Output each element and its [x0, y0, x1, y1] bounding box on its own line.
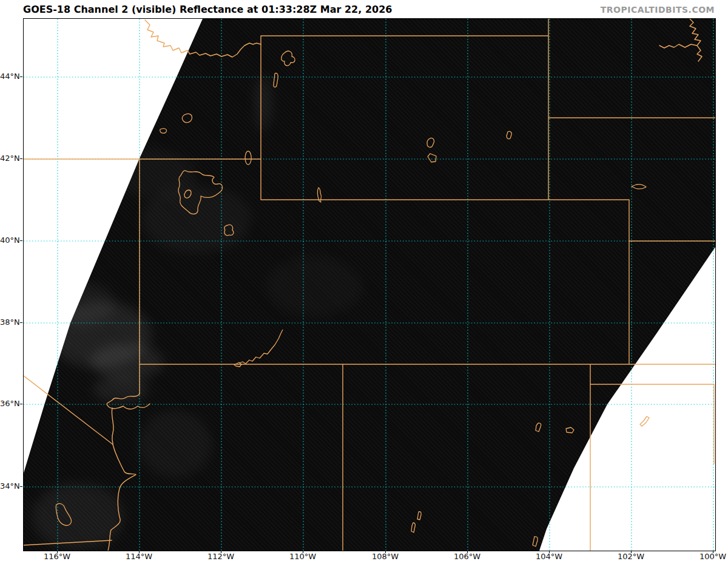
brantley-lake-outline	[533, 537, 538, 546]
y-axis-tick-label: 36°N	[0, 399, 20, 408]
y-axis-tick-mark	[20, 158, 22, 159]
y-axis-tick-label: 44°N	[0, 72, 20, 81]
x-axis-tick-label: 100°W	[692, 552, 728, 561]
figure-title: GOES-18 Channel 2 (visible) Reflectance …	[23, 4, 392, 15]
x-axis-tick-label: 108°W	[364, 552, 406, 561]
scan-edge-no-data-regions	[24, 19, 715, 551]
site-watermark: TROPICALTIDBITS.COM	[601, 5, 715, 15]
lake-powell-outline	[234, 330, 283, 367]
bear-lake-outline	[245, 151, 251, 165]
x-axis-tick-mark	[57, 551, 58, 553]
x-axis-tick-label: 106°W	[446, 552, 488, 561]
satellite-map-canvas	[23, 18, 716, 551]
y-axis-tick-label: 38°N	[0, 318, 20, 327]
map-overlay-svg	[24, 19, 715, 551]
y-axis-tick-mark	[20, 322, 22, 323]
x-axis-tick-mark	[713, 551, 713, 553]
y-axis-tick-mark	[20, 404, 22, 404]
elephant-butte-caballo-outlines	[411, 512, 421, 532]
x-axis-tick-label: 102°W	[610, 552, 652, 561]
lake-mcconaughy-outline	[632, 185, 646, 189]
x-axis-tick-label: 112°W	[200, 552, 242, 561]
x-axis-tick-label: 110°W	[281, 552, 324, 561]
x-axis-tick-mark	[385, 551, 386, 553]
y-axis-tick-label: 34°N	[0, 481, 20, 491]
x-axis-tick-mark	[467, 551, 468, 553]
x-axis-tick-label: 116°W	[36, 552, 78, 561]
glendo-reservoir-outline	[507, 131, 511, 138]
seminoe-pathfinder-reservoir-outlines	[427, 138, 436, 162]
y-axis-tick-mark	[20, 486, 22, 487]
x-axis-tick-mark	[549, 551, 550, 553]
satellite-image-figure: GOES-18 Channel 2 (visible) Reflectance …	[0, 0, 728, 564]
y-axis-tick-mark	[20, 240, 22, 241]
y-axis-tick-mark	[20, 76, 22, 77]
x-axis-tick-mark	[631, 551, 632, 553]
no-data-wedge-southeast	[539, 247, 715, 551]
american-falls-reservoir-outline	[160, 114, 192, 133]
x-axis-tick-mark	[139, 551, 140, 553]
x-axis-tick-label: 104°W	[528, 552, 570, 561]
yellowstone-lake-outline	[281, 51, 295, 66]
x-axis-tick-label: 114°W	[118, 552, 160, 561]
y-axis-tick-label: 40°N	[0, 236, 20, 245]
y-axis-tick-label: 42°N	[0, 154, 20, 163]
conchas-lake-outline	[536, 423, 541, 432]
ute-reservoir-outline	[566, 427, 574, 433]
x-axis-tick-mark	[303, 551, 303, 553]
missouri-river-meander	[659, 19, 702, 61]
x-axis-tick-mark	[221, 551, 221, 553]
jackson-lake-outline	[274, 73, 278, 87]
